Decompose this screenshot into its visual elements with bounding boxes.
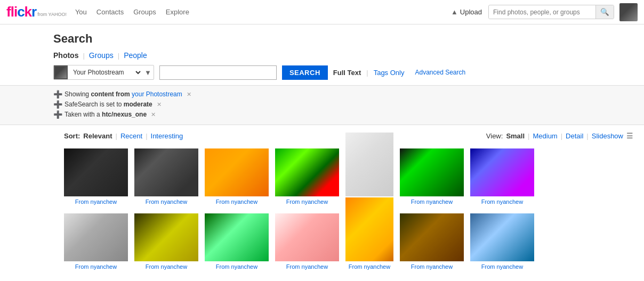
view-detail[interactable]: Detail bbox=[566, 132, 583, 140]
logo-area: flickr from YAHOO! bbox=[6, 4, 67, 20]
view-label: View: bbox=[486, 132, 503, 140]
scope-icon bbox=[54, 65, 68, 79]
tab-people[interactable]: People bbox=[124, 51, 147, 60]
photo-caption[interactable]: From nyanchew bbox=[481, 263, 523, 270]
search-button[interactable]: SEARCH bbox=[282, 65, 328, 80]
upload-label: Upload bbox=[460, 8, 482, 16]
photo-caption[interactable]: From nyanchew bbox=[75, 263, 117, 270]
scope-dropdown-arrow: ▼ bbox=[142, 69, 154, 77]
nav-contacts[interactable]: Contacts bbox=[96, 8, 124, 16]
photo-thumbnail[interactable] bbox=[205, 148, 269, 196]
tab-photos[interactable]: Photos bbox=[53, 51, 78, 60]
filters-section: ➕ Showing content from your Photostream … bbox=[0, 86, 644, 125]
photo-grid: From nyanchew From nyanchew From nyanche… bbox=[0, 143, 644, 281]
sort-sep-2: | bbox=[146, 132, 147, 140]
filter-plus-icon-3: ➕ bbox=[53, 110, 62, 119]
list-item: From nyanchew bbox=[134, 213, 198, 270]
photo-thumbnail[interactable] bbox=[134, 148, 198, 196]
scope-select-wrapper: Your Photostream ▼ bbox=[53, 65, 154, 80]
nav-links: You Contacts Groups Explore bbox=[75, 8, 451, 16]
list-item: From nyanchew bbox=[345, 197, 393, 270]
photo-thumbnail[interactable] bbox=[400, 148, 464, 196]
filter-camera-dismiss[interactable]: ✕ bbox=[151, 111, 156, 118]
search-opt-sep: | bbox=[366, 69, 368, 77]
nav-search-input[interactable] bbox=[489, 6, 595, 19]
nav-search-box: 🔍 bbox=[488, 5, 614, 19]
tab-groups[interactable]: Groups bbox=[89, 51, 114, 60]
photo-thumbnail[interactable] bbox=[134, 213, 198, 261]
photo-thumbnail[interactable] bbox=[64, 213, 128, 261]
filter-camera-text: Taken with a htc/nexus_one bbox=[65, 111, 147, 118]
photo-caption[interactable]: From nyanchew bbox=[286, 199, 328, 205]
filter-plus-icon-2: ➕ bbox=[53, 100, 62, 109]
list-item: From nyanchew bbox=[275, 213, 339, 270]
full-text-option[interactable]: Full Text bbox=[333, 69, 361, 77]
view-medium[interactable]: Medium bbox=[533, 132, 557, 140]
list-item: From nyanchew bbox=[275, 148, 339, 205]
nav-groups[interactable]: Groups bbox=[133, 8, 156, 16]
filter-camera: ➕ Taken with a htc/nexus_one ✕ bbox=[53, 110, 633, 119]
filter-safesearch-text: SafeSearch is set to moderate bbox=[65, 101, 152, 108]
view-slideshow[interactable]: Slideshow bbox=[592, 132, 623, 140]
list-item: From nyanchew bbox=[134, 148, 198, 205]
photo-caption[interactable]: From nyanchew bbox=[411, 263, 453, 270]
photo-thumbnail[interactable] bbox=[345, 133, 393, 196]
flickr-logo[interactable]: flickr bbox=[6, 4, 36, 20]
top-navigation: flickr from YAHOO! You Contacts Groups E… bbox=[0, 0, 644, 24]
filter-safesearch-dismiss[interactable]: ✕ bbox=[157, 101, 162, 108]
filter-photostream: ➕ Showing content from your Photostream … bbox=[53, 90, 633, 98]
photo-caption[interactable]: From nyanchew bbox=[286, 263, 328, 270]
search-section: Search Photos | Groups | People Your Pho… bbox=[0, 24, 644, 86]
view-sep-1: | bbox=[528, 132, 529, 140]
photo-caption[interactable]: From nyanchew bbox=[411, 199, 453, 205]
sort-recent[interactable]: Recent bbox=[120, 132, 142, 140]
view-section: View: Small | Medium | Detail | Slidesho… bbox=[486, 131, 633, 140]
filter-photostream-link[interactable]: your Photostream bbox=[132, 90, 182, 98]
photo-caption[interactable]: From nyanchew bbox=[349, 263, 390, 270]
photo-thumbnail[interactable] bbox=[470, 213, 534, 261]
scope-avatar-image bbox=[55, 67, 67, 78]
search-options: Full Text | Tags Only Advanced Search bbox=[333, 69, 465, 77]
list-item: From nyanchew bbox=[400, 213, 464, 270]
search-row: Your Photostream ▼ SEARCH Full Text | Ta… bbox=[53, 65, 633, 80]
photo-thumbnail[interactable] bbox=[470, 148, 534, 196]
list-item: From nyanchew bbox=[470, 148, 534, 205]
photo-caption[interactable]: From nyanchew bbox=[75, 199, 117, 205]
filter-photostream-dismiss[interactable]: ✕ bbox=[187, 91, 191, 98]
sort-sep-1: | bbox=[116, 132, 117, 140]
photo-caption[interactable]: From nyanchew bbox=[481, 199, 523, 205]
photo-caption[interactable]: From nyanchew bbox=[216, 199, 257, 205]
photo-caption[interactable]: From nyanchew bbox=[216, 263, 257, 270]
search-title: Search bbox=[53, 32, 633, 46]
filter-camera-bold: htc/nexus_one bbox=[102, 111, 147, 118]
tab-sep-1: | bbox=[83, 52, 84, 60]
nav-search-button[interactable]: 🔍 bbox=[595, 5, 614, 19]
photo-thumbnail[interactable] bbox=[400, 213, 464, 261]
nav-you[interactable]: You bbox=[75, 8, 87, 16]
upload-button[interactable]: ▲ Upload bbox=[451, 8, 482, 16]
user-avatar[interactable] bbox=[619, 3, 638, 21]
advanced-search-link[interactable]: Advanced Search bbox=[415, 69, 465, 76]
view-options-icon[interactable]: ☰ bbox=[626, 131, 633, 140]
sort-section: Sort: Relevant | Recent | Interesting bbox=[64, 132, 183, 140]
sort-interesting[interactable]: Interesting bbox=[151, 132, 183, 140]
sort-relevant[interactable]: Relevant bbox=[83, 132, 112, 140]
list-item: From nyanchew bbox=[205, 148, 269, 205]
tags-only-option[interactable]: Tags Only bbox=[374, 69, 405, 77]
photo-thumbnail[interactable] bbox=[275, 213, 339, 261]
upload-arrow-icon: ▲ bbox=[451, 8, 458, 16]
view-small[interactable]: Small bbox=[506, 132, 525, 140]
scope-select[interactable]: Your Photostream bbox=[68, 66, 142, 79]
photo-caption[interactable]: From nyanchew bbox=[146, 263, 187, 270]
photo-thumbnail[interactable] bbox=[205, 213, 269, 261]
view-sep-2: | bbox=[561, 132, 562, 140]
results-header: Sort: Relevant | Recent | Interesting Vi… bbox=[0, 125, 644, 143]
photo-thumbnail[interactable] bbox=[275, 148, 339, 196]
filter-content-bold: content from bbox=[91, 90, 130, 98]
photo-row-2: From nyanchew From nyanchew From nyanche… bbox=[64, 213, 633, 270]
photo-caption[interactable]: From nyanchew bbox=[146, 199, 187, 205]
nav-explore[interactable]: Explore bbox=[166, 8, 189, 16]
photo-thumbnail[interactable] bbox=[64, 148, 128, 196]
search-input[interactable] bbox=[159, 65, 277, 80]
photo-thumbnail[interactable] bbox=[345, 197, 393, 261]
